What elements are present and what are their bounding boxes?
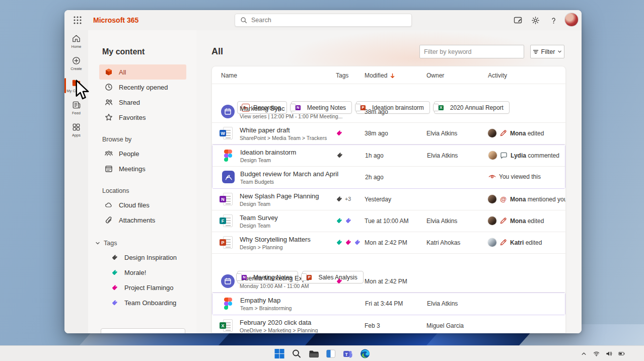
column-header-modified[interactable]: Modified xyxy=(365,72,395,79)
upload-button[interactable]: Upload xyxy=(101,328,185,333)
file-title: Guerilla Marketing Expo xyxy=(240,274,310,282)
tags-cell xyxy=(336,217,352,224)
widgets-taskbar-icon[interactable] xyxy=(325,348,336,359)
tag-icon xyxy=(111,299,118,306)
sidebar-tag-morale-[interactable]: Morale! xyxy=(99,265,186,280)
sidebar-tag-design-inspiration[interactable]: Design Inspiration xyxy=(99,250,186,265)
file-subtitle: SharePoint > Media Team > Trackers xyxy=(240,135,327,141)
sidebar-item-favorites[interactable]: Favorites xyxy=(99,110,186,125)
cloud-icon xyxy=(105,201,113,209)
windows-taskbar: T xyxy=(0,345,644,361)
pdf-file-icon xyxy=(222,170,235,184)
app-title: Microsoft 365 xyxy=(93,16,138,24)
m365-app-window: Microsoft 365 Home Create My Content xyxy=(64,10,582,333)
table-row[interactable]: Marketing Sync View series | 12:00 PM - … xyxy=(212,101,565,123)
name-cell: F Team Survey Design Team xyxy=(221,210,334,229)
attachment-chip-label: 2020 Annual Report xyxy=(450,104,504,111)
sidebar-tag-team-onboarding[interactable]: Team Onboarding xyxy=(99,295,186,310)
sort-descending-icon xyxy=(390,73,395,79)
activity-avatar xyxy=(488,195,496,203)
tag-icon xyxy=(336,217,343,224)
column-header-activity[interactable]: Activity xyxy=(488,72,507,79)
column-header-owner[interactable]: Owner xyxy=(426,72,444,79)
table-row[interactable]: F Team Survey Design Team Tue at 10:00 A… xyxy=(212,210,565,232)
owner-cell: Elvia Atkins xyxy=(427,152,458,159)
sidebar-item-cloud-files[interactable]: Cloud files xyxy=(99,197,186,212)
sidebar-item-label: Shared xyxy=(119,99,140,106)
tag-icon xyxy=(336,195,343,202)
activity-text: Mona edited xyxy=(510,130,544,137)
tags-section-toggle[interactable]: Tags xyxy=(95,240,196,247)
filter-button[interactable]: Filter xyxy=(530,45,564,58)
svg-text:T: T xyxy=(345,352,348,357)
sidebar-item-people[interactable]: People xyxy=(99,146,186,161)
modified-cell: 1h ago xyxy=(365,152,384,159)
activity-cell: Mona edited xyxy=(488,129,544,137)
powerpoint-doc-file-icon: P xyxy=(221,236,235,250)
filter-keyword-input[interactable] xyxy=(419,45,524,58)
shared-icon xyxy=(105,98,113,106)
rail-item-feed[interactable]: Feed xyxy=(64,97,88,119)
tags-cell xyxy=(336,277,343,284)
column-header-label: Owner xyxy=(426,72,444,79)
table-row[interactable]: P Why Storytelling Matters Design > Plan… xyxy=(212,232,565,254)
app-launcher-waffle-icon[interactable] xyxy=(73,16,82,25)
file-subtitle: View series | 12:00 PM - 1:00 PM Meeting… xyxy=(240,113,342,119)
table-row[interactable]: X February 2020 click data OneDrive > Ma… xyxy=(212,315,565,333)
feedback-icon[interactable] xyxy=(514,16,522,25)
column-header-tags[interactable]: Tags xyxy=(336,72,348,79)
settings-gear-icon[interactable] xyxy=(531,16,540,25)
account-avatar[interactable] xyxy=(565,13,578,26)
tsearch-taskbar-icon[interactable] xyxy=(291,348,302,359)
rail-item-my-content[interactable]: My Content xyxy=(64,75,88,97)
table-row[interactable]: N New Splash Page Planning Design Team +… xyxy=(212,189,565,210)
sidebar-item-label: Attachments xyxy=(119,216,155,224)
home-icon xyxy=(71,34,81,43)
modified-cell: Fri at 3:44 PM xyxy=(365,300,403,307)
file-subtitle: Team Budgets xyxy=(240,179,338,185)
sidebar-item-shared[interactable]: Shared xyxy=(99,95,186,110)
tag-icon xyxy=(336,277,343,284)
rail-item-home[interactable]: Home xyxy=(64,30,88,52)
sidebar-item-all[interactable]: All xyxy=(99,64,186,80)
rail-item-apps[interactable]: Apps xyxy=(64,119,88,141)
rail-item-create[interactable]: Create xyxy=(64,52,88,75)
table-row[interactable]: Ideation brainstorm Design Team 1h ago E… xyxy=(212,145,565,167)
help-icon[interactable] xyxy=(549,16,558,25)
edge-taskbar-icon[interactable] xyxy=(360,348,370,359)
apps-icon xyxy=(71,122,81,132)
sidebar-item-recently-opened[interactable]: Recently opened xyxy=(99,80,186,95)
excel-icon: X xyxy=(439,104,447,112)
sidebar-item-attachments[interactable]: Attachments xyxy=(99,212,186,228)
tag-icon xyxy=(345,217,352,224)
tags-cell xyxy=(336,129,343,136)
sidebar-tag-project-flamingo[interactable]: Project Flamingo xyxy=(99,280,186,295)
traychev-icon[interactable] xyxy=(581,350,587,357)
volume-icon[interactable] xyxy=(606,350,612,357)
tag-icon xyxy=(354,239,361,246)
activity-avatar xyxy=(488,151,497,160)
start-taskbar-icon[interactable] xyxy=(274,348,284,359)
table-row[interactable]: Empathy Map Team > Brainstorming Fri at … xyxy=(212,293,565,315)
file-title: Budget review for March and April xyxy=(240,170,338,178)
name-cell: Ideation brainstorm Design Team xyxy=(222,145,335,163)
table-row[interactable]: Guerilla Marketing Expo Monday 10:00 AM … xyxy=(212,271,565,293)
column-header-name[interactable]: Name xyxy=(221,72,237,79)
search-bar[interactable] xyxy=(235,14,412,27)
tag-icon xyxy=(111,284,118,291)
modified-cell: 2h ago xyxy=(365,174,384,181)
battery-icon[interactable] xyxy=(618,350,625,357)
table-row[interactable]: Budget review for March and April Team B… xyxy=(212,167,565,188)
sidebar-item-meetings[interactable]: Meetings xyxy=(99,161,186,176)
meeting-file-icon xyxy=(221,274,235,288)
teams-taskbar-icon[interactable]: T xyxy=(342,348,353,359)
attachment-chip[interactable]: X 2020 Annual Report xyxy=(434,101,510,114)
wifi-icon[interactable] xyxy=(593,350,600,357)
search-input[interactable] xyxy=(251,17,392,24)
file-title: Team Survey xyxy=(240,214,278,222)
explorer-taskbar-icon[interactable] xyxy=(308,348,319,359)
upload-icon xyxy=(127,333,134,333)
sidebar-tag-label: Project Flamingo xyxy=(124,284,174,292)
table-row[interactable]: W White paper draft SharePoint > Media T… xyxy=(212,123,565,145)
search-icon xyxy=(240,17,247,24)
